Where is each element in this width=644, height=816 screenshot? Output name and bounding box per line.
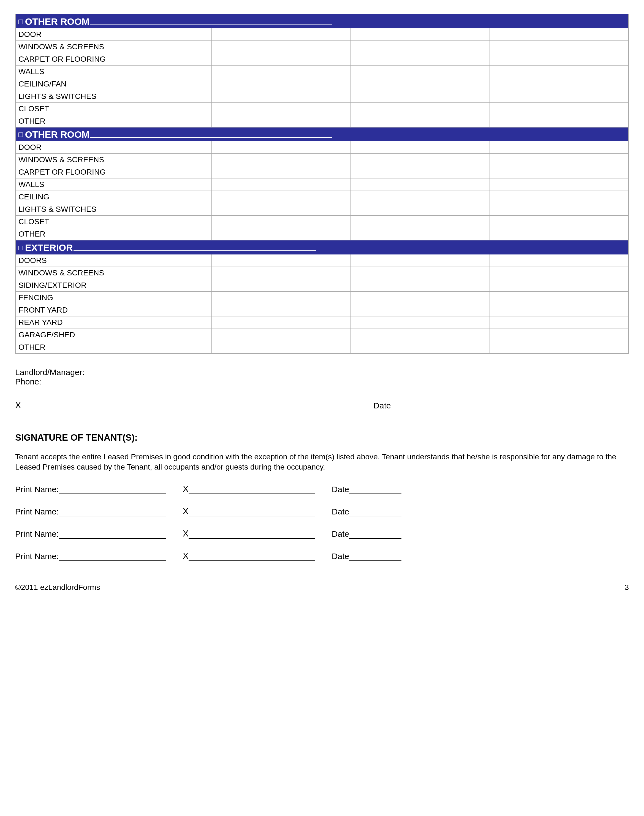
- condition-cell[interactable]: [212, 28, 351, 40]
- condition-cell[interactable]: [351, 191, 490, 203]
- condition-cell[interactable]: [351, 40, 490, 53]
- print-name-line[interactable]: [59, 516, 166, 516]
- checkbox-icon[interactable]: □: [18, 17, 23, 26]
- condition-cell[interactable]: [351, 78, 490, 90]
- condition-cell[interactable]: [351, 115, 490, 127]
- condition-cell[interactable]: [351, 291, 490, 304]
- tenant-x-mark: X: [182, 529, 188, 539]
- condition-cell[interactable]: [212, 304, 351, 316]
- condition-cell[interactable]: [489, 103, 629, 115]
- condition-cell[interactable]: [212, 103, 351, 115]
- condition-cell[interactable]: [351, 341, 490, 354]
- condition-cell[interactable]: [489, 178, 629, 191]
- condition-cell[interactable]: [212, 90, 351, 103]
- condition-cell[interactable]: [489, 328, 629, 341]
- condition-cell[interactable]: [351, 304, 490, 316]
- table-row: FRONT YARD: [15, 304, 629, 316]
- landlord-signature-line[interactable]: [21, 410, 362, 410]
- condition-cell[interactable]: [489, 304, 629, 316]
- condition-cell[interactable]: [212, 279, 351, 291]
- checkbox-icon[interactable]: □: [18, 130, 23, 139]
- condition-cell[interactable]: [351, 90, 490, 103]
- condition-cell[interactable]: [212, 228, 351, 241]
- condition-cell[interactable]: [489, 267, 629, 279]
- tenant-x-mark: X: [182, 551, 188, 561]
- condition-cell[interactable]: [212, 267, 351, 279]
- condition-cell[interactable]: [351, 166, 490, 178]
- condition-cell[interactable]: [489, 254, 629, 267]
- print-name-label: Print Name:: [15, 507, 59, 516]
- condition-cell[interactable]: [351, 279, 490, 291]
- condition-cell[interactable]: [351, 65, 490, 78]
- condition-cell[interactable]: [212, 216, 351, 228]
- condition-cell[interactable]: [351, 28, 490, 40]
- condition-cell[interactable]: [212, 316, 351, 328]
- condition-cell[interactable]: [489, 191, 629, 203]
- condition-cell[interactable]: [212, 115, 351, 127]
- tenant-date-line[interactable]: [349, 516, 402, 516]
- tenant-date-line[interactable]: [349, 560, 402, 561]
- condition-cell[interactable]: [212, 78, 351, 90]
- condition-cell[interactable]: [351, 141, 490, 154]
- condition-cell[interactable]: [351, 328, 490, 341]
- condition-cell[interactable]: [489, 40, 629, 53]
- condition-cell[interactable]: [351, 228, 490, 241]
- table-row: WINDOWS & SCREENS: [15, 40, 629, 53]
- condition-cell[interactable]: [489, 341, 629, 354]
- table-row: CEILING: [15, 191, 629, 203]
- tenant-signature-row: Print Name:XDate: [15, 506, 629, 516]
- condition-cell[interactable]: [212, 328, 351, 341]
- checkbox-icon[interactable]: □: [18, 244, 23, 252]
- tenant-date-line[interactable]: [349, 494, 402, 494]
- condition-cell[interactable]: [489, 228, 629, 241]
- condition-cell[interactable]: [212, 166, 351, 178]
- condition-cell[interactable]: [489, 115, 629, 127]
- condition-cell[interactable]: [489, 216, 629, 228]
- landlord-date-line[interactable]: [391, 410, 443, 410]
- condition-cell[interactable]: [489, 53, 629, 65]
- condition-cell[interactable]: [351, 316, 490, 328]
- tenant-signature-line[interactable]: [189, 494, 315, 494]
- condition-cell[interactable]: [212, 254, 351, 267]
- condition-cell[interactable]: [212, 53, 351, 65]
- condition-cell[interactable]: [212, 40, 351, 53]
- condition-cell[interactable]: [489, 90, 629, 103]
- condition-cell[interactable]: [212, 291, 351, 304]
- condition-cell[interactable]: [489, 28, 629, 40]
- condition-cell[interactable]: [351, 267, 490, 279]
- condition-cell[interactable]: [351, 216, 490, 228]
- item-label: OTHER: [15, 341, 212, 354]
- condition-cell[interactable]: [351, 254, 490, 267]
- print-name-line[interactable]: [59, 538, 166, 539]
- condition-cell[interactable]: [212, 65, 351, 78]
- condition-cell[interactable]: [351, 203, 490, 216]
- condition-cell[interactable]: [351, 103, 490, 115]
- tenant-signature-line[interactable]: [189, 516, 315, 516]
- condition-cell[interactable]: [489, 279, 629, 291]
- condition-cell[interactable]: [351, 154, 490, 166]
- item-label: WALLS: [15, 65, 212, 78]
- condition-cell[interactable]: [489, 65, 629, 78]
- condition-cell[interactable]: [212, 203, 351, 216]
- item-label: FRONT YARD: [15, 304, 212, 316]
- tenant-signature-row: Print Name:XDate: [15, 529, 629, 539]
- condition-cell[interactable]: [489, 141, 629, 154]
- condition-cell[interactable]: [489, 166, 629, 178]
- condition-cell[interactable]: [489, 154, 629, 166]
- condition-cell[interactable]: [212, 141, 351, 154]
- condition-cell[interactable]: [351, 53, 490, 65]
- condition-cell[interactable]: [212, 178, 351, 191]
- condition-cell[interactable]: [489, 291, 629, 304]
- tenant-signature-line[interactable]: [189, 560, 315, 561]
- condition-cell[interactable]: [351, 178, 490, 191]
- tenant-date-line[interactable]: [349, 538, 402, 539]
- print-name-line[interactable]: [59, 560, 166, 561]
- condition-cell[interactable]: [212, 191, 351, 203]
- print-name-line[interactable]: [59, 494, 166, 494]
- condition-cell[interactable]: [212, 341, 351, 354]
- condition-cell[interactable]: [489, 203, 629, 216]
- condition-cell[interactable]: [212, 154, 351, 166]
- condition-cell[interactable]: [489, 316, 629, 328]
- condition-cell[interactable]: [489, 78, 629, 90]
- tenant-signature-line[interactable]: [189, 538, 315, 539]
